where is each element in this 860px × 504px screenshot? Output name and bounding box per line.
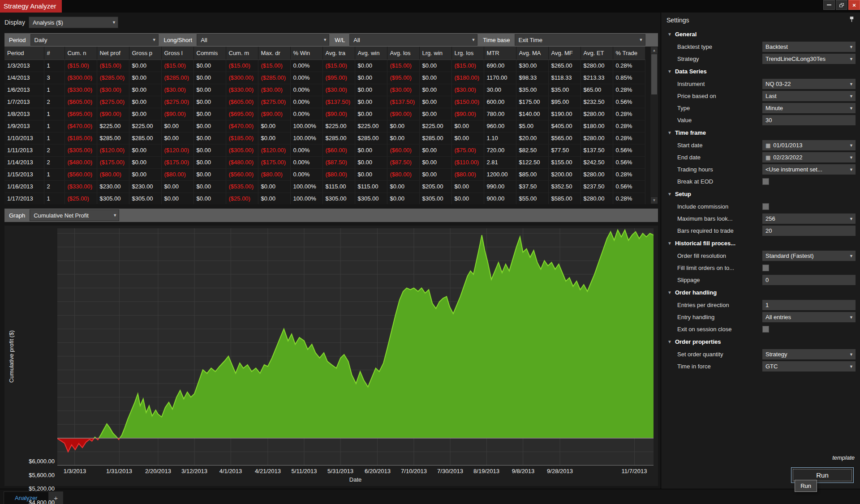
trading-hours-select[interactable]: <Use instrument set...▼ <box>762 164 856 175</box>
table-cell: ($80.00) <box>387 168 419 180</box>
column-header-cum-m[interactable]: Cum. m <box>226 47 258 60</box>
column-header-period[interactable]: Period <box>4 47 44 60</box>
chevron-down-icon: ▼ <box>849 94 853 98</box>
entries-per-direction-input[interactable]: 1 <box>762 300 856 310</box>
scroll-up-button[interactable]: ▲ <box>650 47 658 54</box>
display-select[interactable]: Analysis ($) ▼ <box>29 17 118 28</box>
table-cell: $95.00 <box>548 96 580 108</box>
graph-label: Graph <box>4 212 30 219</box>
table-cell: $0.00 <box>129 84 161 96</box>
collapse-triangle-icon: ▼ <box>667 339 672 344</box>
column-header-max-dr[interactable]: Max. dr <box>258 47 290 60</box>
setting-label: Maximum bars look... <box>677 215 762 222</box>
time-in-force-select[interactable]: GTC▼ <box>762 361 856 372</box>
maximum-bars-look-select[interactable]: 256▼ <box>762 214 856 224</box>
table-cell: ($137.50) <box>322 96 355 108</box>
set-order-quantity-select[interactable]: Strategy▼ <box>762 349 856 359</box>
table-row[interactable]: 1/10/20131($185.00)$285.00$285.00$0.00$0… <box>4 132 645 144</box>
section-data-series[interactable]: ▼Data Series <box>666 65 856 78</box>
section-general[interactable]: ▼General <box>666 28 856 41</box>
exit-on-session-close-checkbox[interactable] <box>762 326 769 333</box>
chevron-down-icon: ▼ <box>849 364 853 369</box>
graph-type-select[interactable]: Cumulative Net Profit ▼ <box>30 209 119 221</box>
column-header-cum-n[interactable]: Cum. n <box>64 47 97 60</box>
close-button[interactable]: × <box>848 0 860 10</box>
table-row[interactable]: 1/11/20132($305.00)($120.00)$0.00($120.0… <box>4 144 645 156</box>
setting-label: Backtest type <box>677 43 762 50</box>
column-header-gross-p[interactable]: Gross p <box>129 47 161 60</box>
setting-row-include-commission: Include commission <box>666 201 856 213</box>
table-row[interactable]: 1/8/20131($695.00)($90.00)$0.00($90.00)$… <box>4 108 645 120</box>
table-cell: 720.00 <box>484 144 516 156</box>
column-header-trade[interactable]: % Trade <box>613 47 645 60</box>
scrollbar-track[interactable] <box>650 54 658 196</box>
filter-w-l-select[interactable]: All▼ <box>349 34 477 46</box>
slippage-input[interactable]: 0 <box>762 275 856 285</box>
column-header-avg-mf[interactable]: Avg. MF <box>548 47 580 60</box>
column-header-gross-l[interactable]: Gross l <box>161 47 194 60</box>
entry-handling-select[interactable]: All entries▼ <box>762 312 856 322</box>
section-order-properties[interactable]: ▼Order properties <box>666 335 856 348</box>
column-header-avg-los[interactable]: Avg. los <box>387 47 419 60</box>
table-cell: ($695.00) <box>64 108 97 120</box>
x-tick-label: 5/11/2013 <box>292 468 317 474</box>
table-row[interactable]: 1/4/20133($300.00)($285.00)$0.00($285.00… <box>4 72 645 84</box>
table-row[interactable]: 1/17/20131($25.00)$305.00$305.00$0.00$0.… <box>4 192 645 204</box>
template-link[interactable]: template <box>661 448 860 466</box>
column-header-mtr[interactable]: MTR <box>484 47 516 60</box>
type-select[interactable]: Minute▼ <box>762 103 856 113</box>
filter-period-select[interactable]: Daily▼ <box>30 34 159 46</box>
break-at-eod-checkbox[interactable] <box>762 178 769 185</box>
start-date-select[interactable]: ▦01/01/2013▼ <box>762 140 856 150</box>
scrollbar-thumb[interactable] <box>651 54 657 94</box>
include-commission-checkbox[interactable] <box>762 203 769 210</box>
pin-icon[interactable] <box>849 17 855 24</box>
table-row[interactable]: 1/14/20132($480.00)($175.00)$0.00($175.0… <box>4 156 645 168</box>
filter-long-short-select[interactable]: All▼ <box>197 34 329 46</box>
column-header-lrg-win[interactable]: Lrg. win <box>419 47 452 60</box>
table-cell: ($110.00) <box>452 156 484 168</box>
fill-limit-orders-on-to-checkbox[interactable] <box>762 265 769 271</box>
instrument-select[interactable]: NQ 03-22▼ <box>762 79 856 89</box>
table-row[interactable]: 1/16/20132($330.00)$230.00$230.00$0.00$0… <box>4 180 645 192</box>
restore-icon <box>839 3 844 7</box>
restore-button[interactable] <box>836 0 847 10</box>
x-tick-label: 5/31/2013 <box>327 468 353 474</box>
table-scrollbar[interactable]: ▲ ▼ <box>650 47 658 204</box>
column-header-avg-ma[interactable]: Avg. MA <box>516 47 548 60</box>
order-fill-resolution-select[interactable]: Standard (Fastest)▼ <box>762 251 856 261</box>
column-header-avg-win[interactable]: Avg. win <box>355 47 387 60</box>
minimize-button[interactable] <box>823 0 835 10</box>
column-header-win[interactable]: % Win <box>290 47 322 60</box>
backtest-type-select[interactable]: Backtest▼ <box>762 42 856 52</box>
table-row[interactable]: 1/6/20131($330.00)($30.00)$0.00($30.00)$… <box>4 84 645 96</box>
price-based-on-select[interactable]: Last▼ <box>762 91 856 101</box>
table-cell: $0.00 <box>129 60 161 72</box>
setting-label: Slippage <box>677 277 762 283</box>
table-row[interactable]: 1/9/20131($470.00)$225.00$225.00$0.00$0.… <box>4 120 645 132</box>
table-cell: $0.00 <box>452 180 484 192</box>
table-cell: $0.00 <box>355 84 387 96</box>
table-cell: ($30.00) <box>161 84 194 96</box>
column-header-avg-et[interactable]: Avg. ET <box>580 47 613 60</box>
column-header-commis[interactable]: Commis <box>194 47 226 60</box>
collapse-triangle-icon: ▼ <box>667 69 672 74</box>
section-time-frame[interactable]: ▼Time frame <box>666 126 856 139</box>
section-order-handling[interactable]: ▼Order handling <box>666 286 856 299</box>
column-header-net-prof[interactable]: Net prof <box>97 47 129 60</box>
table-row[interactable]: 1/3/20131($15.00)($15.00)$0.00($15.00)$0… <box>4 60 645 72</box>
table-row[interactable]: 1/7/20132($605.00)($275.00)$0.00($275.00… <box>4 96 645 108</box>
column-header-item[interactable]: # <box>44 47 64 60</box>
end-date-select[interactable]: ▦02/23/2022▼ <box>762 152 856 162</box>
strategy-select[interactable]: TrendLineCiLong30Tes▼ <box>762 54 856 64</box>
column-header-lrg-los[interactable]: Lrg. los <box>452 47 484 60</box>
filter-time-base-select[interactable]: Exit Time▼ <box>515 34 645 46</box>
section-historical-fill-proces[interactable]: ▼Historical fill proces... <box>666 237 856 250</box>
scroll-down-button[interactable]: ▼ <box>650 196 658 204</box>
section-setup[interactable]: ▼Setup <box>666 188 856 201</box>
table-cell: $205.00 <box>419 180 452 192</box>
value-input[interactable]: 30 <box>762 115 856 125</box>
column-header-avg-tra[interactable]: Avg. tra <box>322 47 355 60</box>
table-row[interactable]: 1/15/20131($560.00)($80.00)$0.00($80.00)… <box>4 168 645 180</box>
bars-required-to-trade-input[interactable]: 20 <box>762 226 856 236</box>
